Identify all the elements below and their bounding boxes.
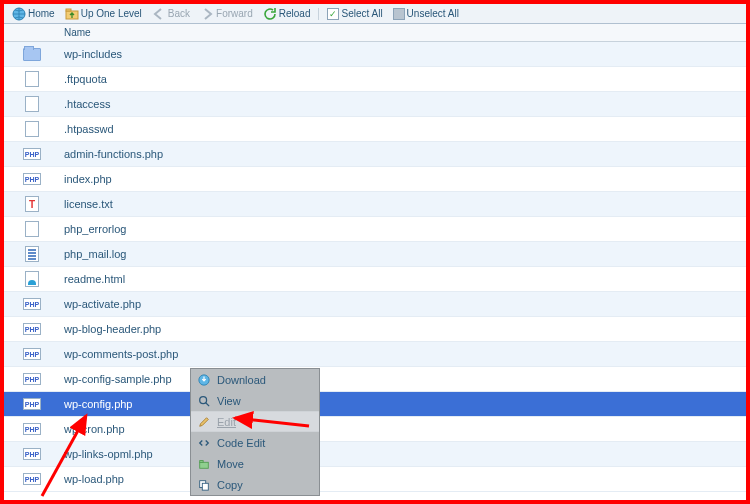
back-arrow-icon bbox=[152, 7, 166, 21]
log-icon bbox=[25, 246, 39, 262]
file-row[interactable]: .htaccess bbox=[4, 92, 746, 117]
context-menu-item-label: Move bbox=[217, 458, 244, 470]
context-menu-item-label: View bbox=[217, 395, 241, 407]
select-all-button[interactable]: ✓ Select All bbox=[323, 7, 386, 21]
php-icon: PHP bbox=[23, 448, 41, 460]
row-name-cell: wp-activate.php bbox=[60, 298, 746, 310]
php-icon: PHP bbox=[23, 148, 41, 160]
row-name-cell: wp-load.php bbox=[60, 473, 746, 485]
html-icon bbox=[25, 271, 39, 287]
file-grid: wp-includes.ftpquota.htaccess.htpasswdPH… bbox=[4, 42, 746, 492]
back-button[interactable]: Back bbox=[148, 6, 194, 22]
download-icon bbox=[197, 373, 211, 387]
row-icon-cell bbox=[4, 71, 60, 87]
toolbar: Home Up One Level Back Forward Reload ✓ … bbox=[4, 4, 746, 24]
row-name-cell: .htaccess bbox=[60, 98, 746, 110]
row-icon-cell bbox=[4, 121, 60, 137]
grid-header: Name bbox=[4, 24, 746, 42]
copy-icon bbox=[197, 478, 211, 492]
forward-label: Forward bbox=[216, 8, 253, 19]
column-name-header[interactable]: Name bbox=[60, 27, 746, 38]
toolbar-separator bbox=[318, 8, 319, 20]
php-icon: PHP bbox=[23, 423, 41, 435]
unselect-all-button[interactable]: Unselect All bbox=[389, 7, 463, 21]
file-row[interactable]: readme.html bbox=[4, 267, 746, 292]
svg-line-5 bbox=[206, 402, 209, 405]
file-row[interactable]: PHPwp-comments-post.php bbox=[4, 342, 746, 367]
forward-button[interactable]: Forward bbox=[196, 6, 257, 22]
svg-point-4 bbox=[200, 396, 207, 403]
file-icon bbox=[25, 121, 39, 137]
context-menu-item-label: Edit bbox=[217, 416, 236, 428]
row-icon-cell bbox=[4, 271, 60, 287]
folder-up-icon bbox=[65, 7, 79, 21]
up-one-level-label: Up One Level bbox=[81, 8, 142, 19]
file-icon bbox=[25, 221, 39, 237]
row-icon-cell: PHP bbox=[4, 373, 60, 385]
context-menu-code-edit[interactable]: Code Edit bbox=[191, 432, 319, 453]
reload-label: Reload bbox=[279, 8, 311, 19]
row-name-cell: php_mail.log bbox=[60, 248, 746, 260]
unselect-all-icon bbox=[393, 8, 405, 20]
row-icon-cell: PHP bbox=[4, 298, 60, 310]
file-row[interactable]: php_mail.log bbox=[4, 242, 746, 267]
row-icon-cell: PHP bbox=[4, 348, 60, 360]
row-name-cell: .ftpquota bbox=[60, 73, 746, 85]
context-menu-edit[interactable]: Edit bbox=[191, 411, 319, 432]
file-row[interactable]: PHPindex.php bbox=[4, 167, 746, 192]
file-row[interactable]: wp-includes bbox=[4, 42, 746, 67]
row-icon-cell bbox=[4, 96, 60, 112]
home-button[interactable]: Home bbox=[8, 6, 59, 22]
row-icon-cell bbox=[4, 48, 60, 61]
file-icon bbox=[25, 96, 39, 112]
unselect-all-label: Unselect All bbox=[407, 8, 459, 19]
select-all-label: Select All bbox=[341, 8, 382, 19]
file-row[interactable]: PHPwp-config.php bbox=[4, 392, 746, 417]
file-row[interactable]: Tlicense.txt bbox=[4, 192, 746, 217]
row-icon-cell: PHP bbox=[4, 448, 60, 460]
row-name-cell: wp-includes bbox=[60, 48, 746, 60]
row-name-cell: license.txt bbox=[60, 198, 746, 210]
php-icon: PHP bbox=[23, 298, 41, 310]
up-one-level-button[interactable]: Up One Level bbox=[61, 6, 146, 22]
reload-button[interactable]: Reload bbox=[259, 6, 315, 22]
context-menu-copy[interactable]: Copy bbox=[191, 474, 319, 495]
row-name-cell: .htpasswd bbox=[60, 123, 746, 135]
row-icon-cell: PHP bbox=[4, 323, 60, 335]
file-row[interactable]: PHPwp-blog-header.php bbox=[4, 317, 746, 342]
file-row[interactable]: PHPwp-activate.php bbox=[4, 292, 746, 317]
file-row[interactable]: PHPadmin-functions.php bbox=[4, 142, 746, 167]
file-icon bbox=[25, 71, 39, 87]
folder-icon bbox=[23, 48, 41, 61]
context-menu-view[interactable]: View bbox=[191, 390, 319, 411]
file-row[interactable]: .ftpquota bbox=[4, 67, 746, 92]
file-row[interactable]: PHPwp-load.php bbox=[4, 467, 746, 492]
php-icon: PHP bbox=[23, 473, 41, 485]
row-name-cell: php_errorlog bbox=[60, 223, 746, 235]
file-row[interactable]: php_errorlog bbox=[4, 217, 746, 242]
svg-rect-9 bbox=[202, 483, 208, 490]
context-menu-item-label: Code Edit bbox=[217, 437, 265, 449]
row-name-cell: index.php bbox=[60, 173, 746, 185]
file-row[interactable]: .htpasswd bbox=[4, 117, 746, 142]
context-menu-item-label: Download bbox=[217, 374, 266, 386]
row-icon-cell: T bbox=[4, 196, 60, 212]
row-name-cell: wp-links-opml.php bbox=[60, 448, 746, 460]
txt-icon: T bbox=[25, 196, 39, 212]
select-all-icon: ✓ bbox=[327, 8, 339, 20]
context-menu-move[interactable]: Move bbox=[191, 453, 319, 474]
context-menu-download[interactable]: Download bbox=[191, 369, 319, 390]
forward-arrow-icon bbox=[200, 7, 214, 21]
file-row[interactable]: PHPwp-cron.php bbox=[4, 417, 746, 442]
row-name-cell: readme.html bbox=[60, 273, 746, 285]
context-menu: DownloadViewEditCode EditMoveCopy bbox=[190, 368, 320, 496]
row-icon-cell: PHP bbox=[4, 423, 60, 435]
php-icon: PHP bbox=[23, 348, 41, 360]
view-icon bbox=[197, 394, 211, 408]
file-row[interactable]: PHPwp-config-sample.php bbox=[4, 367, 746, 392]
reload-icon bbox=[263, 7, 277, 21]
context-menu-item-label: Copy bbox=[217, 479, 243, 491]
svg-rect-7 bbox=[200, 460, 203, 462]
row-name-cell: wp-config-sample.php bbox=[60, 373, 746, 385]
file-row[interactable]: PHPwp-links-opml.php bbox=[4, 442, 746, 467]
